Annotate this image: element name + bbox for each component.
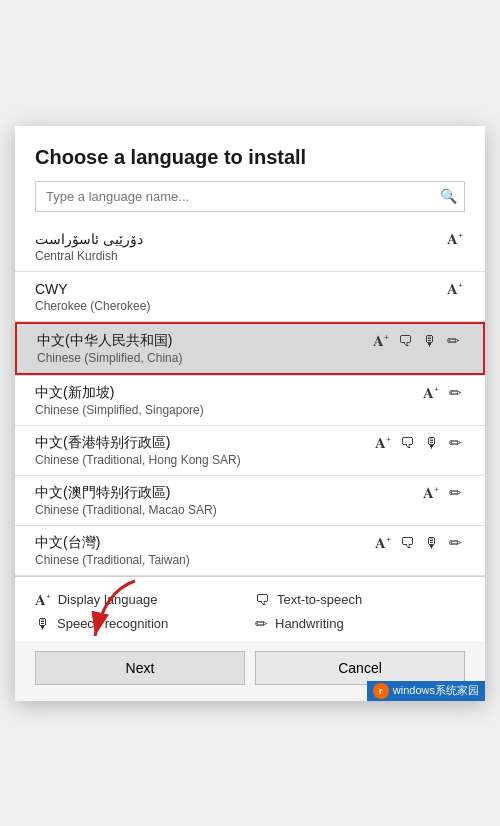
legend-text-to-speech: 🗨 Text-to-speech bbox=[255, 591, 465, 609]
list-item-selected[interactable]: 中文(中华人民共和国) 𝐀+ 🗨 🎙 ✏ Chinese (Simplified… bbox=[15, 322, 485, 375]
font-icon: 𝐀+ bbox=[371, 332, 391, 350]
handwrite-legend-icon: ✏ bbox=[255, 615, 268, 633]
watermark-icon: r bbox=[373, 683, 389, 699]
mic-icon: 🎙 bbox=[421, 434, 441, 451]
list-item[interactable]: 中文(香港特别行政區) 𝐀+ 🗨 🎙 ✏ Chinese (Traditiona… bbox=[15, 426, 485, 475]
speech-icon: 🗨 bbox=[395, 332, 415, 349]
cancel-button[interactable]: Cancel bbox=[255, 651, 465, 685]
mic-legend-icon: 🎙 bbox=[35, 615, 50, 632]
list-item[interactable]: 中文(台灣) 𝐀+ 🗨 🎙 ✏ Chinese (Traditional, Ta… bbox=[15, 526, 485, 575]
font-icon: 𝐀+ bbox=[445, 280, 465, 298]
legend-section: 𝐀+ Display language 🗨 Text-to-speech 🎙 S… bbox=[15, 576, 485, 641]
handwrite-icon: ✏ bbox=[445, 384, 465, 402]
list-item[interactable]: CWY 𝐀+ Cherokee (Cherokee) bbox=[15, 272, 485, 321]
font-legend-icon: 𝐀+ bbox=[35, 591, 51, 609]
search-icon: 🔍 bbox=[440, 188, 457, 204]
speech-icon: 🗨 bbox=[397, 434, 417, 451]
language-install-dialog: Choose a language to install 🔍 دۆرێیی ئا… bbox=[15, 126, 485, 701]
watermark: r windows系统家园 bbox=[367, 681, 485, 701]
handwrite-icon: ✏ bbox=[445, 434, 465, 452]
next-button[interactable]: Next bbox=[35, 651, 245, 685]
legend-display-language: 𝐀+ Display language bbox=[35, 591, 245, 609]
mic-icon: 🎙 bbox=[421, 534, 441, 551]
legend-handwriting: ✏ Handwriting bbox=[255, 615, 465, 633]
dialog-title: Choose a language to install bbox=[15, 126, 485, 181]
search-input[interactable] bbox=[35, 181, 465, 212]
handwrite-icon: ✏ bbox=[443, 332, 463, 350]
font-icon: 𝐀+ bbox=[421, 484, 441, 502]
handwrite-icon: ✏ bbox=[445, 484, 465, 502]
font-icon: 𝐀+ bbox=[373, 434, 393, 452]
search-bar: 🔍 bbox=[35, 181, 465, 212]
speech-icon: 🗨 bbox=[397, 534, 417, 551]
handwrite-icon: ✏ bbox=[445, 534, 465, 552]
language-list: دۆرێیی ئاسۆراست 𝐀+ Central Kurdish CWY 𝐀… bbox=[15, 222, 485, 576]
legend-speech-recognition: 🎙 Speech recognition bbox=[35, 615, 245, 633]
list-item[interactable]: دۆرێیی ئاسۆراست 𝐀+ Central Kurdish bbox=[15, 222, 485, 271]
font-icon: 𝐀+ bbox=[445, 230, 465, 248]
list-item[interactable]: 中文(澳門特别行政區) 𝐀+ ✏ Chinese (Traditional, M… bbox=[15, 476, 485, 525]
mic-icon: 🎙 bbox=[419, 332, 439, 349]
font-icon: 𝐀+ bbox=[421, 384, 441, 402]
list-item[interactable]: 中文(新加坡) 𝐀+ ✏ Chinese (Simplified, Singap… bbox=[15, 376, 485, 425]
speech-legend-icon: 🗨 bbox=[255, 591, 270, 608]
font-icon: 𝐀+ bbox=[373, 534, 393, 552]
